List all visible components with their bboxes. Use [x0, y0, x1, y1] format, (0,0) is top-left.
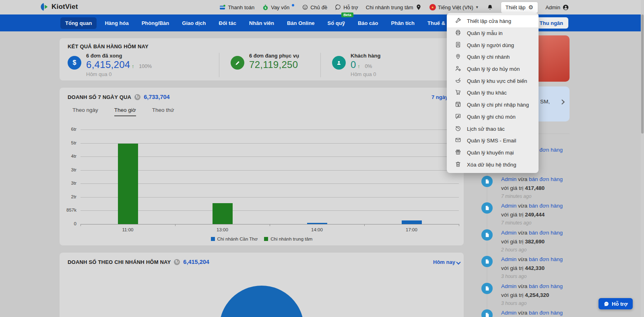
language-selector[interactable]: ★ Tiếng Việt (VN) ▼ [429, 4, 479, 10]
chart-tab-2[interactable]: Theo thứ [152, 107, 174, 116]
settings-menu-item-8[interactable]: Quản lý ghi chú món [447, 111, 539, 123]
activity-order-link[interactable]: bán đơn hàng [529, 203, 563, 209]
settings-menu-item-5[interactable]: Quản lý khu vực chế biến [447, 75, 539, 87]
y-tick-label: 3tr [56, 181, 76, 185]
bar-14:00[interactable] [307, 223, 327, 224]
settings-menu-item-2[interactable]: Quản lý người dùng [447, 39, 539, 51]
scrollbar-thumb[interactable] [641, 14, 644, 134]
gridline [80, 130, 459, 130]
nav-tab-1[interactable]: Hàng hóa [100, 17, 133, 29]
user-gear-icon [455, 65, 461, 73]
settings-menu-item-1[interactable]: Quản lý mẫu in [447, 27, 539, 39]
revenue-7days-total: 6,733,704 [144, 94, 170, 100]
legend-entry: Chi nhánh trung tâm [264, 237, 312, 241]
nav-tab-5[interactable]: Nhân viên [244, 17, 279, 29]
receipt-icon [481, 176, 493, 187]
stat-value: 0 [351, 59, 356, 70]
activity-order-link[interactable]: bán đơn hàng [529, 176, 563, 182]
y-tick-label: 857k [56, 208, 76, 212]
chart-tab-0[interactable]: Theo ngày [72, 107, 98, 116]
activity-order-link[interactable]: bán đơn hàng [529, 310, 563, 316]
loan-link[interactable]: $ Vay vốn [262, 4, 294, 11]
activity-time: 7 minutes ago [501, 219, 570, 227]
settings-menu-item-11[interactable]: Quản lý khuyến mại [447, 147, 539, 159]
nav-tab-3[interactable]: Giao dịch [177, 17, 211, 29]
settings-menu-item-6[interactable]: Quản lý thu khác [447, 87, 539, 99]
settings-menu-label: Quản lý thu khác [467, 90, 507, 96]
chart-tabs: Theo ngàyTheo giờTheo thứ [72, 107, 174, 116]
x-tick-label: 14:00 [301, 227, 333, 232]
top-bar: KiotViet Thanh toán $ Vay vốn [0, 0, 644, 14]
nav-tab-4[interactable]: Đối tác [214, 17, 241, 29]
settings-menu-item-12[interactable]: Xóa dữ liệu hệ thống [447, 158, 539, 171]
loan-icon: $ [262, 4, 269, 11]
settings-menu-item-3[interactable]: Quản lý chi nhánh [447, 51, 539, 63]
nav-tab-0[interactable]: Tổng quan [60, 17, 97, 29]
bar-11:00[interactable] [118, 144, 138, 224]
activity-user-link[interactable]: Admin [501, 256, 516, 262]
settings-menu-item-9[interactable]: Lịch sử thao tác [447, 123, 539, 135]
receipt-icon [481, 229, 493, 241]
kiotviet-logo[interactable]: KiotViet [40, 2, 78, 11]
settings-menu-label: Quản lý SMS - Email [467, 138, 516, 144]
notifications-button[interactable] [487, 4, 493, 11]
stat-label: 6 đơn đang phục vụ [249, 53, 299, 59]
activity-order-link[interactable]: bán đơn hàng [529, 256, 563, 262]
refresh-icon[interactable]: ↻ [174, 259, 180, 265]
nav-tab-8[interactable]: Báo cáo [353, 17, 383, 29]
stat-value: 72,119,250 [249, 59, 298, 70]
kiotviet-logo-icon [40, 2, 49, 11]
chart-legend: Chi nhánh Cần ThơChi nhánh trung tâm [60, 237, 464, 241]
settings-label: Thiết lập [506, 4, 526, 10]
activity-user-link[interactable]: Admin [501, 203, 516, 209]
theme-link[interactable]: Chủ đề [302, 4, 327, 10]
nav-tab-2[interactable]: Phòng/Bàn [137, 17, 174, 29]
activity-user-link[interactable]: Admin [501, 310, 516, 316]
branch-pie-chart[interactable] [219, 286, 304, 317]
settings-menu-item-10[interactable]: Quản lý SMS - Email [447, 135, 539, 147]
pencil-icon [231, 56, 244, 70]
bar-17:00[interactable] [402, 220, 422, 224]
branch-selector[interactable]: Chi nhánh trung tâm [366, 4, 422, 10]
activity-text: Admin vừa bán đơn hàng với giá trị 442,3… [501, 255, 570, 280]
activity-user-link[interactable]: Admin [501, 283, 516, 289]
nav-tab-6[interactable]: Bán Online [282, 17, 320, 29]
nav-tab-9[interactable]: Phân tích [386, 17, 420, 29]
revenue-7days-card: DOANH SỐ 7 NGÀY QUA ↻ 6,733,704 7 ngày q… [60, 88, 464, 245]
wrench-icon [455, 17, 461, 25]
bar-13:00[interactable] [213, 203, 233, 224]
payment-link[interactable]: Thanh toán [219, 4, 254, 11]
activity-order-link[interactable]: bán đơn hàng [529, 230, 563, 236]
settings-menu-label: Quản lý lý do hủy món [467, 66, 520, 72]
support-label: Hỗ trợ [343, 4, 358, 10]
activity-value: 4,254,320 [525, 292, 549, 298]
day-filter[interactable]: Hôm nay [433, 259, 460, 265]
settings-menu-item-4[interactable]: Quản lý lý do hủy món [447, 63, 539, 75]
axis-tick [80, 224, 81, 226]
theme-icon [302, 4, 308, 10]
settings-button[interactable]: Thiết lập ⚙ [501, 2, 538, 13]
bell-icon [487, 4, 493, 11]
support-fab-button[interactable]: Hỗ trợ [599, 298, 633, 309]
envelope-icon [455, 137, 461, 144]
scrollbar[interactable] [641, 0, 644, 317]
legend-swatch-icon [211, 237, 215, 241]
activity-text: Admin vừa bán đơn hàng với giá trị [501, 309, 570, 317]
refresh-icon[interactable]: ↻ [134, 94, 140, 100]
sales-today-card: KẾT QUẢ BÁN HÀNG HÔM NAY $ 6 đơn đã xong… [60, 38, 464, 80]
settings-menu-item-7[interactable]: Quản lý chi phí nhập hàng [447, 99, 539, 111]
activity-user-link[interactable]: Admin [501, 230, 516, 236]
notification-dot [292, 4, 294, 6]
location-pin-icon [415, 4, 422, 10]
user-menu[interactable]: Admin [545, 4, 569, 11]
gear-icon: ⚙ [528, 4, 534, 10]
chart-tab-1[interactable]: Theo giờ [114, 107, 136, 116]
activity-user-link[interactable]: Admin [501, 176, 516, 182]
support-link[interactable]: Hỗ trợ Beta [335, 4, 358, 10]
x-tick-label: 11:00 [112, 227, 144, 232]
nav-tab-7[interactable]: Sổ quỹ [323, 17, 350, 29]
activity-order-link[interactable]: bán đơn hàng [529, 283, 563, 289]
loan-label: Vay vốn [271, 4, 289, 10]
settings-menu-item-0[interactable]: Thiết lập cửa hàng [447, 15, 539, 27]
activity-time: 7 minutes ago [501, 193, 570, 200]
